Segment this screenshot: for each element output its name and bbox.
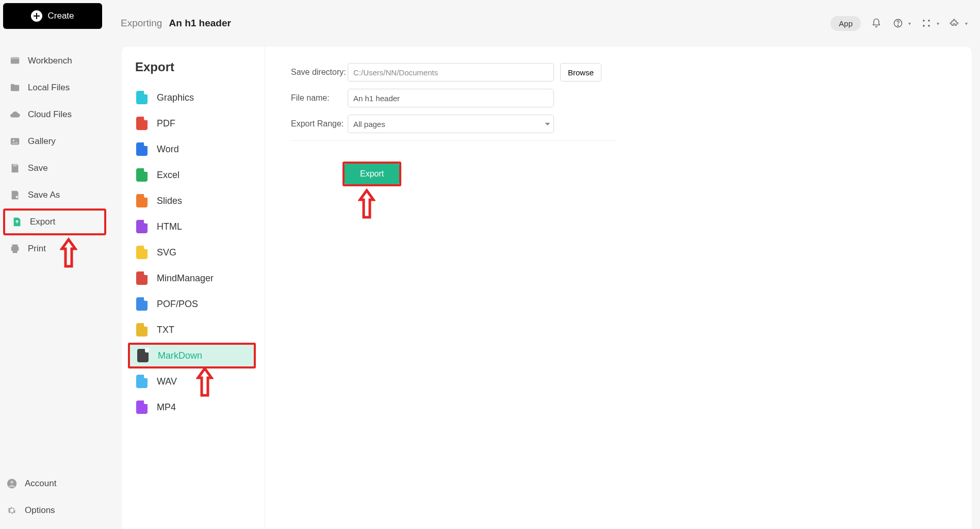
export-panel: Export GraphicsPDFWordExcelSlidesHTMLSVG…	[122, 46, 972, 529]
export-type-html[interactable]: HTML	[135, 214, 254, 239]
sidebar-item-save[interactable]: Save	[3, 155, 108, 182]
sidebar-item-label: Options	[25, 505, 55, 516]
help-icon[interactable]	[892, 17, 904, 29]
create-label: Create	[47, 11, 74, 21]
file-icon	[136, 220, 148, 233]
export-type-label: Slides	[157, 196, 182, 206]
svg-point-8	[897, 25, 898, 26]
folder-icon	[9, 82, 21, 93]
file-name-input[interactable]	[348, 89, 554, 107]
puzzle-icon[interactable]	[949, 17, 961, 29]
file-icon	[136, 400, 148, 414]
gallery-icon	[9, 136, 21, 147]
export-type-slides[interactable]: Slides	[135, 188, 254, 214]
page-title: An h1 header	[169, 18, 231, 28]
export-form: Save directory: Browse File name: Export…	[265, 46, 626, 186]
file-icon	[136, 271, 148, 285]
export-type-label: PDF	[157, 118, 175, 129]
gear-icon	[6, 505, 18, 516]
sidebar-item-cloudfiles[interactable]: Cloud Files	[3, 101, 108, 128]
export-type-txt[interactable]: TXT	[135, 317, 254, 343]
svg-point-11	[923, 25, 924, 26]
top-actions: App ▾ ▾ ▾	[830, 16, 968, 31]
export-type-markdown[interactable]: MarkDown	[128, 343, 256, 368]
annotation-arrow-markdown	[196, 366, 214, 397]
save-directory-label: Save directory:	[291, 68, 348, 77]
chevron-down-icon[interactable]: ▾	[965, 21, 968, 26]
annotation-arrow-sidebar-export	[60, 237, 77, 268]
export-type-label: WAV	[157, 376, 177, 387]
export-type-label: SVG	[157, 247, 176, 258]
file-icon	[136, 117, 148, 130]
chevron-down-icon[interactable]: ▾	[937, 21, 939, 26]
export-type-label: Graphics	[157, 92, 194, 103]
breadcrumb: Exporting An h1 header	[121, 18, 231, 29]
workbench-icon	[9, 55, 21, 67]
export-type-graphics[interactable]: Graphics	[135, 85, 254, 110]
file-icon	[136, 246, 148, 259]
export-range-label: Export Range:	[291, 119, 348, 129]
export-type-column: Export GraphicsPDFWordExcelSlidesHTMLSVG…	[122, 46, 265, 529]
saveas-icon	[9, 189, 21, 201]
sidebar-item-label: Local Files	[28, 83, 70, 93]
sidebar-item-label: Account	[25, 478, 56, 489]
export-type-label: MindManager	[157, 273, 214, 284]
print-icon	[9, 243, 21, 254]
save-icon	[9, 163, 21, 174]
export-type-label: Excel	[157, 170, 179, 181]
export-type-label: MP4	[157, 402, 176, 413]
export-type-label: MarkDown	[158, 350, 202, 361]
file-icon	[136, 297, 148, 311]
file-icon	[136, 323, 148, 336]
svg-point-9	[923, 20, 924, 21]
account-icon	[6, 478, 18, 489]
sidebar-item-export[interactable]: Export	[3, 209, 106, 235]
export-type-label: Word	[157, 144, 179, 155]
export-heading: Export	[135, 60, 254, 74]
create-button[interactable]: Create	[3, 3, 102, 29]
sidebar-item-print[interactable]: Print	[3, 235, 108, 262]
file-icon	[136, 168, 148, 182]
sidebar-item-saveas[interactable]: Save As	[3, 182, 108, 209]
file-name-label: File name:	[291, 93, 348, 103]
divider	[291, 140, 616, 141]
export-type-mindmanager[interactable]: MindManager	[135, 265, 254, 291]
sidebar-item-label: Workbench	[28, 56, 72, 66]
export-type-excel[interactable]: Excel	[135, 162, 254, 188]
cloud-icon	[9, 109, 21, 120]
export-type-word[interactable]: Word	[135, 136, 254, 162]
save-directory-input[interactable]	[348, 63, 554, 82]
svg-point-3	[13, 140, 14, 141]
export-type-svg[interactable]: SVG	[135, 239, 254, 265]
sidebar-item-workbench[interactable]: Workbench	[3, 47, 108, 74]
sidebar-item-gallery[interactable]: Gallery	[3, 128, 108, 155]
breadcrumb-section: Exporting	[121, 18, 162, 28]
svg-point-10	[928, 20, 929, 21]
export-range-select[interactable]: All pages	[348, 115, 554, 133]
grid-icon[interactable]	[920, 17, 933, 29]
bell-icon[interactable]	[870, 17, 883, 29]
sidebar-item-label: Save As	[28, 190, 60, 200]
export-type-pdf[interactable]: PDF	[135, 110, 254, 136]
app-pill[interactable]: App	[830, 16, 861, 31]
sidebar-item-label: Print	[28, 244, 46, 254]
plus-icon	[31, 10, 42, 22]
sidebar-item-label: Cloud Files	[28, 109, 72, 120]
sidebar-item-account[interactable]: Account	[0, 470, 111, 497]
svg-point-12	[928, 25, 929, 26]
export-button[interactable]: Export	[345, 164, 399, 184]
export-type-pofpos[interactable]: POF/POS	[135, 291, 254, 317]
sidebar-item-label: Gallery	[28, 136, 56, 147]
sidebar: Create WorkbenchLocal FilesCloud FilesGa…	[0, 0, 111, 529]
export-type-label: TXT	[157, 325, 174, 335]
export-type-wav[interactable]: WAV	[135, 368, 254, 394]
annotation-arrow-export-button	[358, 188, 375, 219]
topbar: Exporting An h1 header App ▾ ▾ ▾	[111, 0, 980, 46]
chevron-down-icon[interactable]: ▾	[908, 21, 911, 26]
export-type-mp4[interactable]: MP4	[135, 394, 254, 420]
sidebar-item-localfiles[interactable]: Local Files	[3, 74, 108, 101]
file-icon	[136, 194, 148, 207]
browse-button[interactable]: Browse	[560, 63, 601, 82]
sidebar-item-options[interactable]: Options	[0, 497, 111, 524]
sidebar-nav: WorkbenchLocal FilesCloud FilesGallerySa…	[3, 47, 108, 262]
